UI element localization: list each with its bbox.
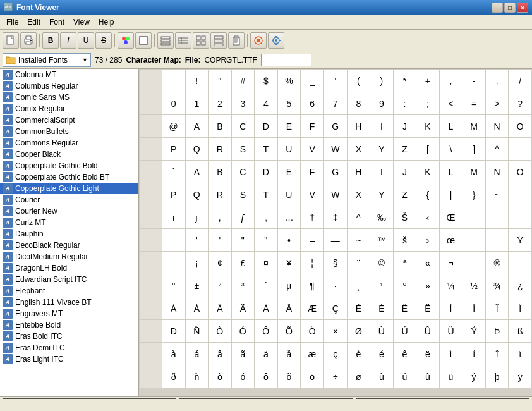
font-list-item[interactable]: ACommercialScript	[0, 114, 138, 126]
char-cell[interactable]: ¢	[209, 252, 232, 274]
char-cell[interactable]: C	[231, 115, 255, 138]
char-cell[interactable]: )	[370, 70, 394, 92]
char-cell[interactable]: à	[162, 343, 185, 365]
char-cell[interactable]: ¹	[370, 274, 394, 297]
char-cell[interactable]: â	[209, 343, 232, 365]
char-cell[interactable]: D	[255, 115, 278, 138]
char-cell[interactable]: N	[485, 115, 509, 138]
char-cell[interactable]: ð	[162, 365, 185, 388]
char-cell[interactable]: %	[277, 70, 301, 92]
font-list-item[interactable]: ACopperplate Gothic Bold BT	[0, 171, 138, 183]
char-cell[interactable]: H	[347, 161, 370, 183]
char-cell[interactable]: ÿ	[509, 365, 532, 388]
char-cell[interactable]: —	[323, 229, 347, 252]
clipboard-button[interactable]	[228, 32, 245, 49]
font-list-item[interactable]: ACourier	[0, 194, 138, 206]
strikethrough-button[interactable]: S	[95, 32, 112, 49]
font-list-item[interactable]: ADragonLH Bold	[0, 262, 138, 274]
char-cell[interactable]: 8	[347, 92, 370, 115]
char-cell[interactable]: F	[301, 115, 324, 138]
char-cell[interactable]: -	[462, 70, 486, 92]
char-cell[interactable]	[509, 206, 532, 229]
char-cell[interactable]: "	[209, 70, 232, 92]
char-cell[interactable]: !	[185, 70, 209, 92]
char-cell[interactable]: =	[462, 92, 486, 115]
char-cell[interactable]: Œ	[439, 206, 462, 229]
char-cell[interactable]: '	[185, 229, 209, 252]
char-cell[interactable]	[485, 229, 509, 252]
char-cell[interactable]: Q	[185, 138, 209, 161]
font-list-item[interactable]: ACooper Black	[0, 149, 138, 160]
print-button[interactable]	[20, 32, 37, 49]
font-list-item[interactable]: AEras Light ITC	[0, 353, 138, 365]
char-cell[interactable]: å	[277, 343, 301, 365]
font-list-item[interactable]: AComix Regular	[0, 103, 138, 114]
char-cell[interactable]: ÷	[323, 365, 347, 388]
char-cell[interactable]: º	[393, 274, 416, 297]
char-cell[interactable]: +	[416, 70, 439, 92]
char-cell[interactable]: ~	[347, 229, 370, 252]
char-cell[interactable]: $	[255, 70, 278, 92]
char-cell[interactable]: Ø	[347, 320, 370, 343]
char-cell[interactable]: Ã	[231, 297, 255, 320]
char-cell[interactable]: #	[231, 70, 255, 92]
char-cell[interactable]: Ò	[209, 320, 232, 343]
zoom-button[interactable]	[135, 32, 152, 49]
char-cell[interactable]: 6	[301, 92, 324, 115]
char-cell[interactable]	[162, 229, 185, 252]
char-cell[interactable]: ¾	[485, 274, 509, 297]
char-cell[interactable]: W	[323, 138, 347, 161]
char-cell[interactable]: ´	[255, 274, 278, 297]
char-cell[interactable]: †	[301, 206, 324, 229]
char-cell[interactable]: R	[209, 183, 232, 206]
char-cell[interactable]: ı	[162, 206, 185, 229]
char-cell[interactable]: N	[485, 161, 509, 183]
char-cell[interactable]: ½	[462, 274, 486, 297]
italic-button[interactable]: I	[60, 32, 76, 49]
char-cell[interactable]: §	[323, 252, 347, 274]
char-cell[interactable]: ó	[231, 365, 255, 388]
char-cell[interactable]: .	[485, 70, 509, 92]
char-cell[interactable]: :	[393, 92, 416, 115]
char-cell[interactable]: Â	[209, 297, 232, 320]
font-list-item[interactable]: AElephant	[0, 285, 138, 297]
char-cell[interactable]: «	[416, 252, 439, 274]
char-cell[interactable]: Ú	[393, 320, 416, 343]
char-cell[interactable]: £	[231, 252, 255, 274]
char-cell[interactable]: 3	[231, 92, 255, 115]
char-cell[interactable]: Ë	[416, 297, 439, 320]
char-cell[interactable]: I	[370, 115, 394, 138]
char-cell[interactable]: J	[393, 115, 416, 138]
font-list-item[interactable]: AColonna MT	[0, 69, 138, 80]
char-cell[interactable]: \	[439, 138, 462, 161]
char-cell[interactable]: M	[462, 161, 486, 183]
char-cell[interactable]: ¡	[185, 252, 209, 274]
char-cell[interactable]: û	[416, 365, 439, 388]
char-cell[interactable]: ȷ	[185, 206, 209, 229]
char-cell[interactable]: [	[416, 138, 439, 161]
char-cell[interactable]: ê	[393, 343, 416, 365]
char-cell[interactable]	[162, 70, 185, 92]
char-cell[interactable]: "	[255, 229, 278, 252]
char-cell[interactable]: Á	[185, 297, 209, 320]
char-cell[interactable]: @	[162, 115, 185, 138]
char-cell[interactable]: Í	[462, 297, 486, 320]
font-list-item[interactable]: ADicotMedium Regular	[0, 251, 138, 262]
char-cell[interactable]: é	[370, 343, 394, 365]
char-cell[interactable]: ‡	[323, 206, 347, 229]
char-cell[interactable]: L	[439, 161, 462, 183]
char-cell[interactable]	[162, 252, 185, 274]
char-cell[interactable]: ƒ	[231, 206, 255, 229]
char-cell[interactable]: Ö	[301, 320, 324, 343]
char-cell[interactable]: `	[162, 161, 185, 183]
char-cell[interactable]: K	[416, 115, 439, 138]
menu-file[interactable]: File	[3, 16, 22, 28]
char-cell[interactable]: Š	[393, 206, 416, 229]
char-cell[interactable]: Ä	[255, 297, 278, 320]
font-list-item[interactable]: AEngravers MT	[0, 308, 138, 319]
char-cell[interactable]: *	[393, 70, 416, 92]
font-list-item[interactable]: AEras Demi ITC	[0, 342, 138, 353]
font-list-item[interactable]: ACurlz MT	[0, 217, 138, 228]
font-list-item[interactable]: AColumbus Regular	[0, 80, 138, 92]
font-list-item[interactable]: AEdwardian Script ITC	[0, 274, 138, 285]
